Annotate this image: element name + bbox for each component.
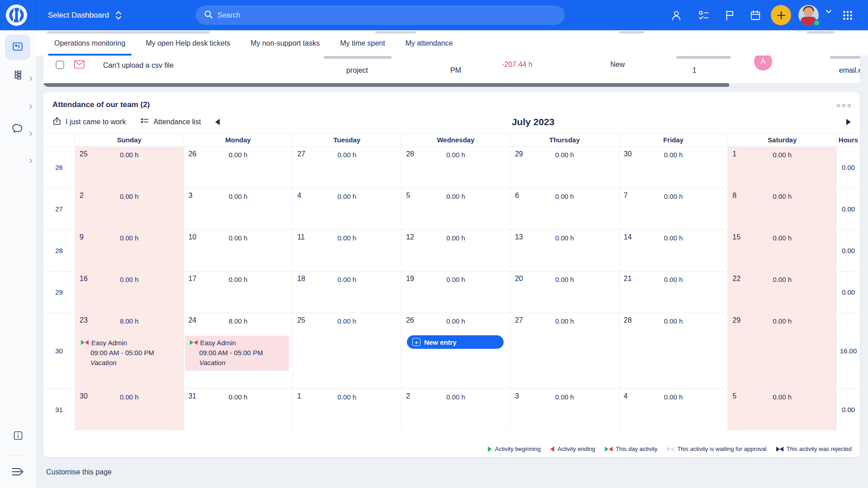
- tab-my-non-support-tasks[interactable]: My non-support tasks: [244, 30, 326, 56]
- calendar-day-cell[interactable]: 40.00 h: [292, 188, 401, 230]
- calendar-day-cell[interactable]: 40.00 h: [619, 389, 728, 430]
- calendar-day-cell[interactable]: 20.00 h: [401, 389, 510, 430]
- main-content: Operations monitoringMy open Help desk t…: [36, 0, 868, 476]
- calendar-day-cell[interactable]: 280.00 h: [401, 147, 510, 188]
- calendar-day-cell[interactable]: 290.00 h: [727, 313, 836, 389]
- calendar-day-cell[interactable]: 120.00 h: [401, 230, 510, 271]
- calendar-day-cell[interactable]: 200.00 h: [510, 272, 619, 313]
- apps-grid-icon[interactable]: [842, 9, 854, 21]
- chevron-down-icon[interactable]: [826, 9, 832, 21]
- attendance-list-button[interactable]: Attendance list: [140, 117, 201, 127]
- calendar-day-cell[interactable]: 30.00 h: [510, 389, 619, 430]
- calendar-day-cell[interactable]: 300.00 h: [75, 389, 184, 430]
- search-bar[interactable]: [196, 5, 565, 25]
- calendar-day-cell[interactable]: 238.00 h Easy Admin 09:00 AM - 05:00 PM …: [75, 313, 184, 389]
- calendar-day-cell[interactable]: 270.00 h: [292, 147, 401, 188]
- tasks-checklist-icon[interactable]: [698, 9, 710, 21]
- easy-software-logo[interactable]: [6, 5, 27, 26]
- day-hours: 0.00 h: [401, 151, 510, 159]
- calendar-day-cell[interactable]: 190.00 h: [401, 272, 510, 313]
- calendar-day-cell[interactable]: 10.00 h: [727, 147, 836, 188]
- user-icon[interactable]: [670, 9, 682, 21]
- came-to-work-button[interactable]: I just came to work: [52, 117, 126, 127]
- day-header-thursday: Thursday: [510, 133, 619, 146]
- calendar-day-cell[interactable]: 210.00 h: [619, 272, 728, 313]
- ticket-email[interactable]: email.eu: [839, 66, 860, 75]
- sidebar-item-chat[interactable]: [5, 117, 30, 142]
- calendar-day-cell[interactable]: 90.00 h: [75, 230, 184, 271]
- next-month-arrow[interactable]: [846, 119, 851, 125]
- week-number-header: [43, 133, 75, 146]
- day-hours: 0.00 h: [184, 192, 292, 200]
- day-hours: 0.00 h: [510, 393, 619, 401]
- calendar-day-cell[interactable]: 140.00 h: [619, 230, 728, 271]
- tab-my-time-spent[interactable]: My time spent: [334, 30, 392, 56]
- attendance-toolbar: I just came to work Attendance list July…: [43, 111, 860, 133]
- activity-beginning-icon: [488, 446, 492, 452]
- day-hours: 0.00 h: [728, 276, 836, 283]
- dashboard-selector[interactable]: Select Dashboard: [48, 0, 122, 30]
- calendar-day-cell[interactable]: 250.00 h: [292, 313, 401, 389]
- tab-my-attendance[interactable]: My attendance: [399, 30, 459, 56]
- assignee-avatar[interactable]: A: [754, 56, 772, 70]
- hours-header: Hours: [836, 133, 860, 146]
- collapse-sidebar-button[interactable]: [10, 465, 25, 480]
- sidebar-item-hidden[interactable]: [5, 90, 30, 115]
- sidebar-item-projects[interactable]: [5, 63, 30, 88]
- ticket-project[interactable]: project: [346, 66, 368, 75]
- calendar-day-cell[interactable]: 170.00 h: [184, 272, 292, 313]
- calendar-day-cell[interactable]: 220.00 h: [727, 272, 836, 313]
- calendar-day-cell[interactable]: 80.00 h: [727, 188, 836, 230]
- sidebar-item-dashboards[interactable]: [5, 35, 30, 60]
- chat-icon: [12, 123, 24, 136]
- search-input[interactable]: [217, 11, 534, 19]
- add-plus-button[interactable]: [771, 5, 791, 25]
- day-hours: 0.00 h: [619, 151, 728, 159]
- clipped-row-fragment: [619, 31, 644, 33]
- calendar-day-cell[interactable]: 150.00 h: [727, 230, 836, 271]
- calendar-day-cell[interactable]: 110.00 h: [292, 230, 401, 271]
- calendar-day-cell[interactable]: 70.00 h: [619, 188, 728, 230]
- calendar-day-cell[interactable]: 260.00 h + New entry: [401, 313, 510, 389]
- ticket-subject-link[interactable]: Can't upload a csv file: [103, 61, 174, 70]
- calendar-day-cell[interactable]: 50.00 h: [727, 389, 836, 430]
- calendar-day-cell[interactable]: 280.00 h: [619, 313, 728, 389]
- calendar-day-cell[interactable]: 30.00 h: [184, 188, 292, 230]
- calendar-day-cell[interactable]: 270.00 h: [510, 313, 619, 389]
- flag-icon[interactable]: [724, 9, 736, 21]
- chevron-right-icon[interactable]: [28, 157, 33, 163]
- calendar-day-cell[interactable]: 248.00 h Easy Admin 09:00 AM - 05:00 PM …: [184, 313, 292, 389]
- new-entry-button[interactable]: + New entry: [407, 335, 504, 349]
- attendance-entry[interactable]: Easy Admin 09:00 AM - 05:00 PM Vacation: [185, 336, 289, 371]
- calendar-day-cell[interactable]: 300.00 h: [619, 147, 728, 188]
- customise-page-link[interactable]: Customise this page: [46, 468, 112, 476]
- day-hours: 0.00 h: [292, 276, 401, 283]
- calendar-day-cell[interactable]: 100.00 h: [184, 230, 292, 271]
- calendar-day-cell[interactable]: 310.00 h: [184, 389, 292, 430]
- calendar-day-cell[interactable]: 130.00 h: [510, 230, 619, 271]
- tab-operations-monitoring[interactable]: Operations monitoring: [48, 30, 132, 56]
- calendar-day-cell[interactable]: 50.00 h: [401, 188, 510, 230]
- calendar-day-cell[interactable]: 250.00 h: [75, 147, 184, 188]
- info-button[interactable]: [13, 430, 24, 443]
- calendar-day-cell[interactable]: 180.00 h: [292, 272, 401, 313]
- calendar-day-cell[interactable]: 60.00 h: [510, 188, 619, 230]
- panel-options-menu[interactable]: [837, 103, 851, 107]
- clipped-text-fragment: [676, 56, 731, 59]
- calendar-day-cell[interactable]: 290.00 h: [510, 147, 619, 188]
- tab-my-open-help-desk-tickets[interactable]: My open Help desk tickets: [139, 30, 236, 56]
- week-total-hours: 0.00: [836, 147, 860, 188]
- calendar-icon[interactable]: [750, 9, 761, 21]
- attendance-entry[interactable]: Easy Admin 09:00 AM - 05:00 PM Vacation: [76, 336, 180, 371]
- calendar-day-cell[interactable]: 160.00 h: [75, 272, 184, 313]
- legend-label: Activity beginning: [495, 446, 541, 452]
- day-hours: 0.00 h: [75, 393, 184, 401]
- calendar-day-cell[interactable]: 260.00 h: [184, 147, 292, 188]
- horizontal-scrollbar-thumb[interactable]: [43, 83, 729, 87]
- calendar-day-cell[interactable]: 20.00 h: [75, 188, 184, 230]
- row-checkbox[interactable]: [56, 61, 64, 69]
- user-avatar[interactable]: [798, 5, 819, 25]
- calendar-day-cell[interactable]: 10.00 h: [292, 389, 401, 430]
- previous-month-arrow[interactable]: [215, 119, 220, 125]
- week-total-hours: 0.00: [836, 272, 860, 313]
